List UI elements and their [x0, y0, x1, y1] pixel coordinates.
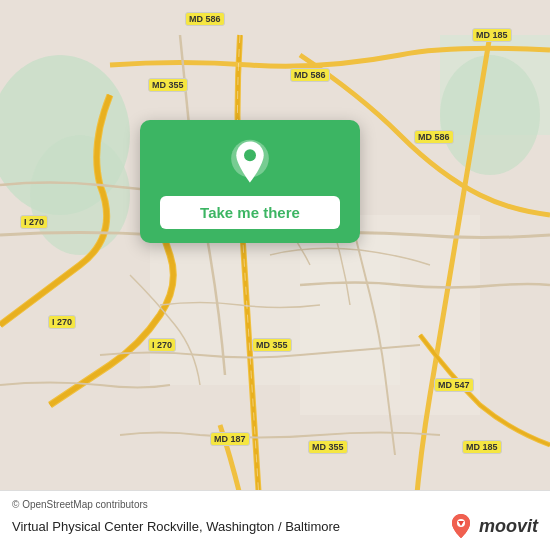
route-badge-i270-bm: I 270 [148, 338, 176, 352]
svg-point-4 [440, 55, 540, 175]
osm-credit: © OpenStreetMap contributors [12, 499, 538, 510]
route-badge-md586-top: MD 586 [185, 12, 225, 26]
route-badge-md355-b2: MD 355 [308, 440, 348, 454]
route-badge-i270-left: I 270 [20, 215, 48, 229]
route-badge-md185-top: MD 185 [472, 28, 512, 42]
route-badge-md547: MD 547 [434, 378, 474, 392]
route-badge-md187: MD 187 [210, 432, 250, 446]
route-badge-md586-right: MD 586 [414, 130, 454, 144]
map-roads [0, 0, 550, 550]
moovit-logo: moovit [447, 512, 538, 540]
route-badge-md355-bottom: MD 355 [252, 338, 292, 352]
route-badge-md355-top: MD 355 [148, 78, 188, 92]
route-badge-i270-bl: I 270 [48, 315, 76, 329]
take-me-there-button[interactable]: Take me there [160, 196, 340, 229]
location-info: Virtual Physical Center Rockville, Washi… [12, 512, 538, 540]
moovit-icon [447, 512, 475, 540]
map-container: MD 586 MD 185 MD 586 MD 586 MD 355 I 270… [0, 0, 550, 550]
route-badge-md185-bottom: MD 185 [462, 440, 502, 454]
svg-point-8 [244, 149, 256, 161]
location-card: Take me there [140, 120, 360, 243]
bottom-info-bar: © OpenStreetMap contributors Virtual Phy… [0, 490, 550, 550]
location-pin-icon [226, 138, 274, 186]
location-name: Virtual Physical Center Rockville, Washi… [12, 519, 340, 534]
route-badge-md586-mid: MD 586 [290, 68, 330, 82]
moovit-brand-text: moovit [479, 516, 538, 537]
svg-point-2 [30, 135, 130, 255]
